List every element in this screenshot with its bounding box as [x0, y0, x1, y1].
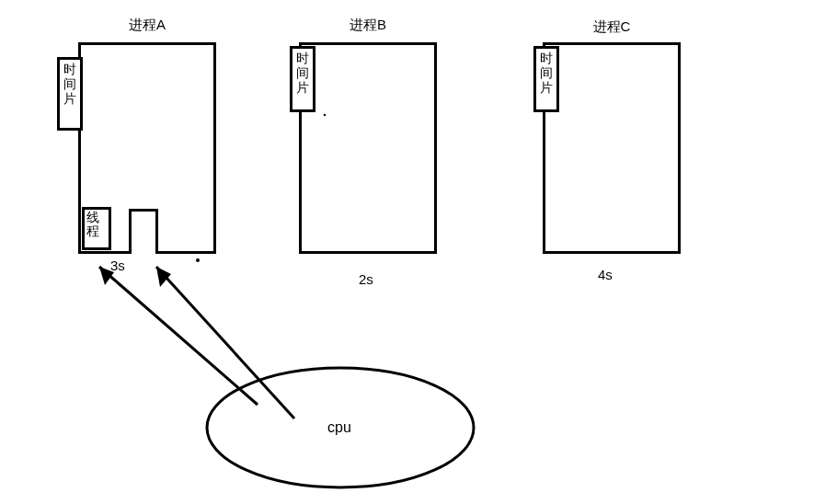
process-a-title: 进程A	[110, 17, 184, 34]
process-b-time: 2s	[359, 271, 373, 287]
process-a-timeslice-box: 时间片	[57, 57, 83, 131]
process-b-box	[299, 42, 437, 254]
process-c-timeslice-box: 时间片	[533, 46, 559, 112]
cpu-label: cpu	[327, 419, 351, 436]
arrow-line-2	[156, 267, 294, 418]
process-c-box	[543, 42, 681, 254]
arrow-head-2	[156, 267, 171, 287]
process-b-title: 进程B	[331, 17, 405, 34]
process-c-time: 4s	[598, 267, 613, 282]
process-a-thread-label: 线程	[86, 210, 99, 238]
process-c-title: 进程C	[575, 18, 648, 36]
dot-mark	[196, 258, 200, 262]
process-b-timeslice-label: 时间片	[296, 51, 309, 95]
process-b-timeslice-box: 时间片	[290, 46, 315, 112]
process-a-thread-box: 线程	[82, 207, 111, 250]
process-a-time: 3s	[110, 258, 125, 273]
arrow-line-1	[99, 267, 258, 405]
process-a-timeslice-label: 时间片	[63, 62, 76, 106]
process-a-thread2-box	[129, 209, 158, 254]
process-c-timeslice-label: 时间片	[540, 51, 553, 95]
